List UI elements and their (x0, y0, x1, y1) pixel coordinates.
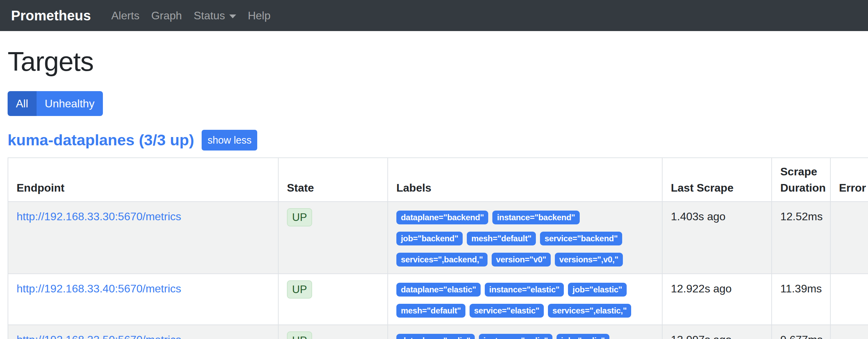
last-scrape-cell: 1.403s ago (662, 202, 772, 274)
state-badge: UP (287, 331, 312, 339)
job-title-link[interactable]: kuma-dataplanes (3/3 up) (8, 131, 194, 149)
nav-item-status[interactable]: Status (188, 7, 242, 24)
header-labels: Labels (388, 158, 662, 202)
labels-cell: dataplane="redis"instance="redis"job="re… (388, 325, 662, 339)
scrape-duration-cell: 11.39ms (772, 274, 830, 325)
page-title: Targets (8, 46, 868, 78)
label-badge: mesh="default" (467, 232, 536, 245)
nav-item-status-label: Status (194, 9, 225, 22)
navbar-nav: Alerts Graph Status Help (105, 7, 276, 24)
targets-page: Targets All Unhealthy kuma-dataplanes (3… (0, 31, 868, 339)
nav-item-graph[interactable]: Graph (145, 7, 188, 24)
header-state: State (278, 158, 388, 202)
last-scrape-cell: 12.922s ago (662, 274, 772, 325)
state-badge: UP (287, 280, 312, 299)
nav-item-help[interactable]: Help (242, 7, 277, 24)
navbar: Prometheus Alerts Graph Status Help (0, 0, 868, 31)
label-badge: service="backend" (540, 232, 622, 245)
label-badge: job="elastic" (568, 283, 627, 297)
endpoint-cell: http://192.168.33.40:5670/metrics (8, 274, 278, 325)
filter-button-group: All Unhealthy (8, 91, 103, 116)
show-less-button[interactable]: show less (202, 130, 257, 151)
label-badge: mesh="default" (396, 304, 465, 318)
label-badge: services=",backend," (396, 253, 488, 267)
label-badge: instance="backend" (492, 211, 579, 224)
scrape-duration-cell: 12.52ms (772, 202, 830, 274)
label-badge: services=",elastic," (548, 304, 631, 318)
error-cell (830, 325, 868, 339)
label-badge: job="backend" (396, 232, 463, 245)
endpoint-cell: http://192.168.33.30:5670/metrics (8, 202, 278, 274)
endpoint-link[interactable]: http://192.168.33.30:5670/metrics (17, 210, 181, 223)
error-cell (830, 202, 868, 274)
endpoint-link[interactable]: http://192.168.33.50:5670/metrics (17, 333, 181, 339)
label-badge: dataplane="redis" (396, 334, 475, 339)
label-badge: versions=",v0," (555, 253, 623, 267)
job-header: kuma-dataplanes (3/3 up) show less (8, 130, 868, 151)
labels-cell: dataplane="elastic"instance="elastic"job… (388, 274, 662, 325)
endpoint-cell: http://192.168.33.50:5670/metrics (8, 325, 278, 339)
table-row: http://192.168.33.40:5670/metrics UP dat… (8, 274, 868, 325)
error-cell (830, 274, 868, 325)
label-badge: instance="redis" (479, 334, 552, 339)
table-row: http://192.168.33.30:5670/metrics UP dat… (8, 202, 868, 274)
state-cell: UP (278, 325, 388, 339)
state-badge: UP (287, 208, 312, 226)
last-scrape-cell: 13.997s ago (662, 325, 772, 339)
label-badge: service="elastic" (470, 304, 544, 318)
brand-link[interactable]: Prometheus (11, 5, 91, 26)
state-cell: UP (278, 202, 388, 274)
scrape-duration-cell: 9.677ms (772, 325, 830, 339)
label-badge: dataplane="elastic" (396, 283, 481, 297)
header-error: Error (830, 158, 868, 202)
labels-cell: dataplane="backend"instance="backend"job… (388, 202, 662, 274)
endpoint-link[interactable]: http://192.168.33.40:5670/metrics (17, 282, 181, 295)
state-cell: UP (278, 274, 388, 325)
nav-item-alerts[interactable]: Alerts (105, 7, 145, 24)
chevron-down-icon (229, 14, 236, 18)
table-row: http://192.168.33.50:5670/metrics UP dat… (8, 325, 868, 339)
header-last-scrape: Last Scrape (662, 158, 772, 202)
filter-all-button[interactable]: All (8, 91, 37, 116)
table-header-row: Endpoint State Labels Last Scrape Scrape… (8, 158, 868, 202)
label-badge: dataplane="backend" (396, 211, 488, 224)
label-badge: version="v0" (492, 253, 551, 267)
label-badge: instance="elastic" (485, 283, 564, 297)
header-scrape-duration: Scrape Duration (772, 158, 830, 202)
targets-table: Endpoint State Labels Last Scrape Scrape… (8, 157, 868, 339)
label-badge: job="redis" (557, 334, 609, 339)
header-endpoint: Endpoint (8, 158, 278, 202)
filter-unhealthy-button[interactable]: Unhealthy (37, 91, 103, 116)
